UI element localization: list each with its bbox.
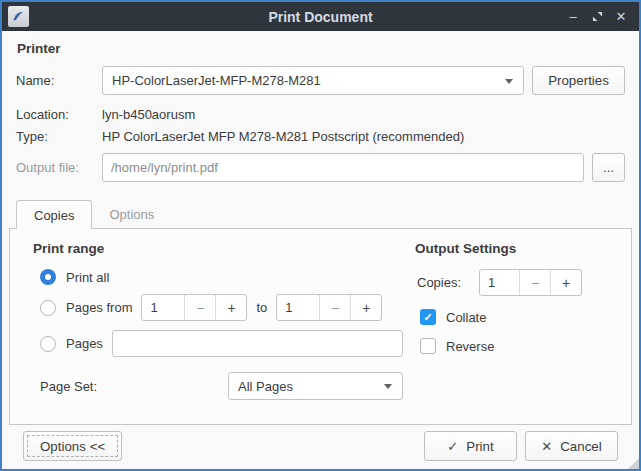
printer-location-label: Location:: [16, 107, 102, 122]
plus-icon: +: [562, 275, 570, 291]
print-document-dialog: Print Document – ✕ Printer Name: HP-Colo…: [0, 0, 641, 471]
maximize-button[interactable]: [585, 5, 609, 29]
printer-section-heading: Printer: [17, 41, 625, 56]
pages-from-label[interactable]: Pages from: [66, 300, 132, 315]
copies-label: Copies:: [417, 275, 479, 290]
copies-spinner: 1 − +: [479, 269, 582, 296]
print-all-label[interactable]: Print all: [66, 270, 109, 285]
output-settings-group: Output Settings Copies: 1 − +: [415, 241, 631, 424]
pages-from-increment-button[interactable]: +: [216, 295, 246, 320]
pages-to-value[interactable]: 1: [277, 295, 319, 320]
print-all-radio[interactable]: [40, 269, 56, 285]
print-all-row[interactable]: Print all: [40, 269, 403, 285]
to-label: to: [256, 300, 267, 315]
pages-to-increment-button[interactable]: +: [351, 295, 381, 320]
minus-icon: −: [531, 275, 539, 291]
pages-from-spinner: 1 − +: [141, 294, 247, 321]
output-settings-heading: Output Settings: [415, 241, 631, 256]
copies-value[interactable]: 1: [480, 270, 519, 295]
collate-row[interactable]: ✓ Collate: [420, 309, 631, 325]
tab-options-label: Options: [109, 207, 154, 222]
tab-copies[interactable]: Copies: [16, 200, 92, 229]
copies-row: Copies: 1 − +: [417, 269, 631, 296]
reverse-label[interactable]: Reverse: [446, 339, 494, 354]
browse-button[interactable]: ...: [592, 153, 625, 182]
collate-checkbox[interactable]: ✓: [420, 309, 436, 325]
print-range-group: Print range Print all Pages from 1 −: [33, 241, 403, 424]
chevron-down-icon: [505, 79, 513, 84]
pages-from-value[interactable]: 1: [142, 295, 184, 320]
printer-name-value: HP-ColorLaserJet-MFP-M278-M281: [112, 73, 321, 88]
output-file-row: Output file: ...: [16, 153, 625, 182]
printer-type-row: Type: HP ColorLaserJet MFP M278-M281 Pos…: [16, 125, 625, 147]
printer-name-label: Name:: [16, 73, 102, 88]
pages-from-row: Pages from 1 − + to 1 −: [40, 294, 403, 321]
dialog-body: Printer Name: HP-ColorLaserJet-MFP-M278-…: [2, 31, 639, 469]
pages-to-spinner: 1 − +: [276, 294, 382, 321]
pages-from-radio[interactable]: [40, 300, 56, 316]
collate-label[interactable]: Collate: [446, 310, 486, 325]
cancel-button[interactable]: ✕ Cancel: [525, 431, 618, 461]
reverse-checkbox[interactable]: [420, 338, 436, 354]
quill-icon: [11, 9, 26, 24]
plus-icon: +: [227, 300, 235, 316]
plus-icon: +: [362, 300, 370, 316]
options-toggle-label: Options <<: [40, 439, 105, 454]
check-icon: ✓: [423, 311, 432, 324]
pages-radio[interactable]: [40, 336, 56, 352]
properties-button-label: Properties: [548, 73, 609, 88]
window-title: Print Document: [2, 9, 639, 25]
print-range-heading: Print range: [33, 241, 403, 256]
maximize-icon: [592, 11, 603, 22]
printer-location-value: lyn-b450aorusm: [102, 107, 195, 122]
minus-icon: −: [331, 300, 339, 316]
close-icon: ✕: [541, 439, 552, 454]
output-file-label: Output file:: [16, 160, 102, 175]
tab-options[interactable]: Options: [92, 200, 171, 229]
output-file-input[interactable]: [102, 153, 584, 182]
printer-type-label: Type:: [16, 129, 102, 144]
notebook: Copies Options Print range Print all: [9, 200, 632, 425]
reverse-row[interactable]: Reverse: [420, 338, 631, 354]
printer-type-value: HP ColorLaserJet MFP M278-M281 Postscrip…: [102, 129, 464, 144]
pages-row: Pages: [40, 330, 403, 357]
minimize-icon: –: [569, 9, 576, 24]
options-toggle-button[interactable]: Options <<: [23, 431, 122, 461]
cancel-button-label: Cancel: [560, 439, 602, 454]
pages-input[interactable]: [112, 330, 403, 357]
browse-button-label: ...: [603, 160, 614, 175]
print-button[interactable]: ✓ Print: [424, 431, 517, 461]
minus-icon: −: [196, 300, 204, 316]
pages-to-decrement-button[interactable]: −: [320, 295, 350, 320]
page-set-label: Page Set:: [40, 379, 228, 394]
chevron-down-icon: [384, 384, 392, 389]
copies-tab-panel: Print range Print all Pages from 1 −: [9, 228, 632, 425]
check-icon: ✓: [447, 439, 458, 454]
pages-from-decrement-button[interactable]: −: [185, 295, 215, 320]
tab-copies-label: Copies: [34, 208, 74, 223]
footer-bar: Options << ✓ Print ✕ Cancel: [23, 431, 618, 461]
minimize-button[interactable]: –: [561, 5, 585, 29]
pages-label[interactable]: Pages: [66, 336, 103, 351]
page-set-combobox[interactable]: All Pages: [228, 372, 403, 400]
page-set-row: Page Set: All Pages: [40, 372, 403, 400]
tab-bar: Copies Options: [16, 200, 632, 228]
footer-actions: ✓ Print ✕ Cancel: [424, 431, 618, 461]
printer-name-row: Name: HP-ColorLaserJet-MFP-M278-M281 Pro…: [16, 66, 625, 95]
window-controls: – ✕: [561, 5, 633, 29]
close-button[interactable]: ✕: [609, 5, 633, 29]
app-icon: [8, 6, 29, 27]
close-icon: ✕: [616, 9, 627, 24]
resize-grip[interactable]: [628, 458, 639, 469]
print-button-label: Print: [466, 439, 493, 454]
copies-decrement-button[interactable]: −: [520, 270, 550, 295]
printer-location-row: Location: lyn-b450aorusm: [16, 103, 625, 125]
printer-name-combobox[interactable]: HP-ColorLaserJet-MFP-M278-M281: [102, 66, 524, 95]
titlebar: Print Document – ✕: [2, 2, 639, 31]
copies-increment-button[interactable]: +: [551, 270, 581, 295]
page-set-value: All Pages: [238, 379, 293, 394]
properties-button[interactable]: Properties: [532, 66, 625, 95]
